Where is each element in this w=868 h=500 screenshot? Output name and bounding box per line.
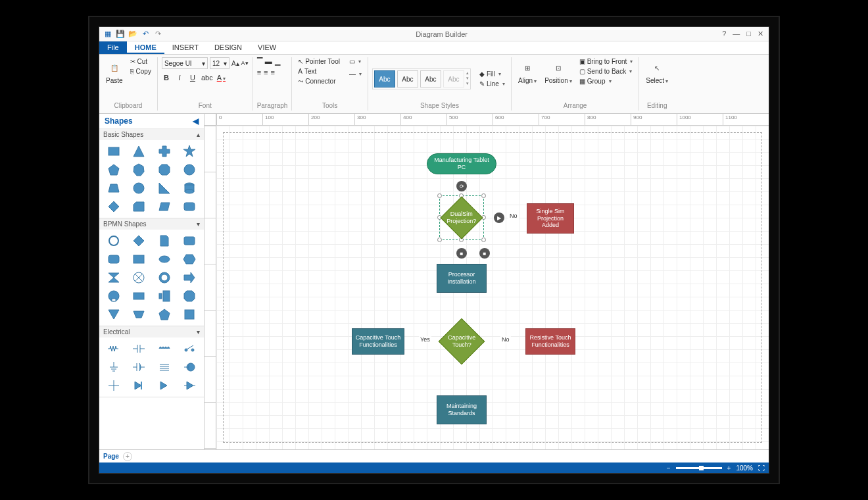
shape-roundrect[interactable] (179, 199, 200, 214)
style-more-icon[interactable]: ▾ (466, 81, 469, 86)
align-left-icon[interactable]: ≡ (257, 68, 261, 76)
align-top-icon[interactable]: ▔ (257, 57, 262, 66)
style-swatch-1[interactable]: Abc (374, 70, 395, 88)
shape-cylinder[interactable] (179, 181, 200, 195)
shape-heptagon[interactable] (128, 162, 149, 177)
font-shrink-icon[interactable]: A▾ (241, 60, 249, 66)
bpmn-callact[interactable] (103, 289, 124, 303)
section-electrical-header[interactable]: Electrical▾ (99, 326, 204, 338)
bpmn-msg[interactable] (128, 270, 149, 285)
pointer-tool-button[interactable]: ↖Pointer Tool (296, 57, 342, 66)
underline-button[interactable]: U (188, 74, 197, 82)
node-standards[interactable]: Maintaining Standards (437, 395, 487, 424)
style-swatch-2[interactable]: Abc (397, 70, 418, 88)
bpmn-pent2[interactable] (154, 307, 175, 322)
bpmn-lane[interactable] (128, 289, 149, 303)
maximize-icon[interactable]: □ (746, 30, 751, 38)
bpmn-ellipse[interactable] (154, 252, 175, 266)
redo-icon[interactable]: ↷ (153, 30, 162, 39)
node-capacitive[interactable]: Capacitive Touch Functionalities (352, 328, 404, 355)
shape-para[interactable] (154, 199, 175, 214)
elec-switch[interactable] (179, 341, 200, 356)
add-page-button[interactable]: + (123, 452, 132, 461)
align-center-icon[interactable]: ≡ (264, 68, 268, 76)
bpmn-data[interactable] (154, 234, 175, 248)
shape-star[interactable] (179, 144, 200, 159)
shape-card[interactable] (128, 199, 149, 214)
strike-button[interactable]: abc (201, 74, 213, 82)
bpmn-task[interactable] (179, 234, 200, 248)
elec-inductor[interactable] (154, 341, 175, 356)
node-single-sim[interactable]: Single Sim Projection Added (527, 203, 574, 234)
style-swatch-4[interactable]: Abc (443, 70, 464, 88)
style-up-icon[interactable]: ▴ (466, 70, 469, 76)
rotate-handle-icon[interactable]: ⟳ (456, 181, 467, 191)
elec-resistor[interactable] (103, 341, 124, 356)
elec-led[interactable] (154, 378, 175, 393)
connector-tool-button[interactable]: ⤳Connector (296, 77, 342, 86)
elec-amp[interactable] (179, 378, 200, 393)
page-tab[interactable]: Page (103, 453, 119, 460)
zoom-in-button[interactable]: + (727, 464, 731, 472)
shape-rtriangle[interactable] (154, 181, 175, 195)
shape-tool-button[interactable]: ▭ (347, 57, 364, 66)
shape-triangle[interactable] (128, 144, 149, 159)
align-right-icon[interactable]: ≡ (270, 68, 274, 76)
elec-transistor[interactable] (179, 360, 200, 374)
bpmn-event[interactable] (103, 234, 124, 248)
minimize-icon[interactable]: — (733, 30, 740, 38)
style-swatch-3[interactable]: Abc (420, 70, 441, 88)
bpmn-arrow[interactable] (179, 270, 200, 285)
fill-button[interactable]: ◆Fill (477, 70, 507, 78)
save-icon[interactable]: 💾 (116, 30, 125, 39)
shape-diamond[interactable] (103, 199, 124, 214)
bpmn-anno[interactable] (154, 289, 175, 303)
copy-button[interactable]: ⎘Copy (128, 67, 153, 76)
line-button[interactable]: ✎Line (477, 80, 507, 88)
bpmn-store[interactable] (179, 289, 200, 303)
fontcolor-button[interactable]: A (217, 74, 226, 82)
bold-button[interactable]: B (162, 74, 171, 82)
style-down-icon[interactable]: ▾ (466, 76, 469, 81)
help-icon[interactable]: ? (722, 30, 726, 38)
align-button[interactable]: ⊞Align (516, 57, 539, 87)
italic-button[interactable]: I (175, 74, 184, 82)
tab-file[interactable]: File (99, 41, 127, 54)
tab-view[interactable]: VIEW (250, 41, 284, 54)
canvas[interactable]: Manufacturing Tablet PC DualSim Projecti… (216, 126, 769, 449)
select-button[interactable]: ↖Select (643, 57, 671, 87)
shape-octagon[interactable] (154, 162, 175, 177)
bpmn-down[interactable] (103, 307, 124, 322)
font-size-select[interactable]: 12▾ (210, 57, 229, 69)
node-start[interactable]: Manufacturing Tablet PC (427, 153, 496, 174)
shape-plus[interactable] (154, 144, 175, 159)
node-resistive[interactable]: Resistive Touch Functionalities (525, 328, 575, 355)
elec-coil[interactable] (154, 360, 175, 374)
align-mid-icon[interactable]: ▬ (265, 57, 272, 66)
node-processor[interactable]: Processor Installation (437, 264, 487, 293)
bpmn-hex[interactable] (179, 252, 200, 266)
section-bpmn-header[interactable]: BPMN Shapes▾ (99, 218, 204, 230)
bpmn-rect2[interactable] (179, 307, 200, 322)
elec-cap[interactable] (128, 341, 149, 356)
elec-cap2[interactable] (128, 360, 149, 374)
align-bot-icon[interactable]: ▁ (275, 57, 280, 66)
shape-trapezoid[interactable] (103, 181, 124, 195)
shape-rect[interactable] (103, 144, 124, 159)
connector-type-button[interactable]: — (347, 70, 364, 78)
text-tool-button[interactable]: AText (296, 67, 342, 76)
handle-a-icon[interactable]: ■ (456, 248, 467, 259)
collapse-icon[interactable]: ◀ (193, 116, 199, 126)
shape-circle[interactable] (128, 181, 149, 195)
bpmn-gateway[interactable] (128, 234, 149, 248)
shape-decagon[interactable] (179, 162, 200, 177)
group-button[interactable]: ▦Group (577, 77, 635, 86)
close-icon[interactable]: ✕ (758, 30, 763, 38)
bpmn-sub[interactable] (103, 252, 124, 266)
font-family-select[interactable]: Segoe UI▾ (162, 57, 208, 69)
tab-design[interactable]: DESIGN (206, 41, 250, 54)
bringfront-button[interactable]: ▣Bring to Front (577, 57, 635, 66)
bpmn-trap[interactable] (128, 307, 149, 322)
shape-pentagon[interactable] (103, 162, 124, 177)
bpmn-timer[interactable] (103, 270, 124, 285)
